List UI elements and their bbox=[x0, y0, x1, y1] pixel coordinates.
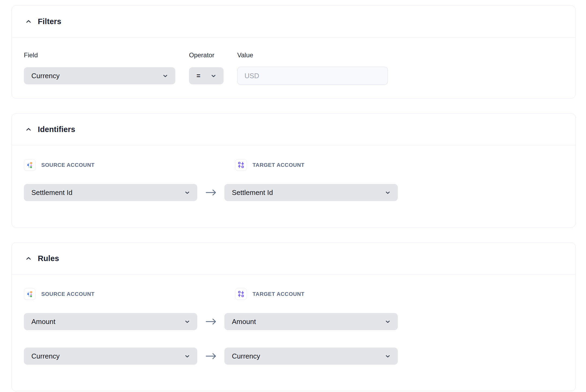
target-account-label: TARGET ACCOUNT bbox=[253, 162, 305, 168]
filter-operator-select[interactable]: = bbox=[189, 67, 224, 84]
arrow-right-icon bbox=[205, 352, 217, 360]
rule-source-select-value: Currency bbox=[31, 352, 60, 360]
target-account-badge bbox=[235, 288, 247, 300]
target-account-header: TARGET ACCOUNT bbox=[235, 288, 398, 300]
rules-section: Rules SOURCE ACCOUNT bbox=[12, 242, 576, 391]
chevron-up-icon bbox=[25, 18, 32, 25]
chevron-down-icon bbox=[385, 319, 391, 325]
rule-mapping-row: Amount Amount bbox=[24, 313, 563, 330]
chevron-down-icon bbox=[210, 73, 217, 79]
chevron-down-icon bbox=[184, 190, 190, 196]
chevron-down-icon bbox=[162, 73, 168, 79]
chevron-down-icon bbox=[184, 353, 190, 359]
identifier-target-select-value: Settlement Id bbox=[232, 189, 273, 197]
source-account-badge bbox=[24, 159, 36, 171]
filters-title: Filters bbox=[38, 17, 61, 26]
chevron-up-icon bbox=[25, 126, 32, 133]
rules-section-header: Rules bbox=[12, 243, 575, 274]
chevron-up-icon bbox=[25, 255, 32, 262]
source-account-badge bbox=[24, 288, 36, 300]
filters-body: Field Operator Value Currency = bbox=[12, 37, 575, 98]
rule-target-select-value: Currency bbox=[232, 352, 260, 360]
mapping-configuration-page: Filters Field Operator Value Currency = bbox=[0, 0, 586, 391]
rule-mapping-row: Currency Currency bbox=[24, 348, 563, 365]
source-account-label: SOURCE ACCOUNT bbox=[41, 291, 95, 297]
identifier-source-select-value: Settlement Id bbox=[31, 189, 72, 197]
source-account-header: SOURCE ACCOUNT bbox=[24, 159, 197, 171]
rule-source-select-currency[interactable]: Currency bbox=[24, 348, 197, 365]
identifiers-section-header: Identifiers bbox=[12, 114, 575, 145]
source-account-header: SOURCE ACCOUNT bbox=[24, 288, 197, 300]
target-account-badge bbox=[235, 159, 247, 171]
filter-operator-select-value: = bbox=[196, 72, 201, 80]
workflow-diagram-icon bbox=[26, 161, 33, 168]
rules-collapse-button[interactable] bbox=[24, 254, 33, 263]
rule-target-select-value: Amount bbox=[232, 318, 256, 326]
rules-title: Rules bbox=[38, 254, 59, 263]
rule-source-select-amount[interactable]: Amount bbox=[24, 313, 197, 330]
swap-vertical-icon bbox=[238, 291, 244, 297]
source-account-label: SOURCE ACCOUNT bbox=[41, 162, 95, 168]
identifiers-body: SOURCE ACCOUNT TARGET ACC bbox=[12, 145, 575, 227]
operator-column-label: Operator bbox=[189, 51, 224, 59]
identifier-mapping-row: Settlement Id Settlement Id bbox=[24, 184, 563, 201]
chevron-down-icon bbox=[385, 353, 391, 359]
identifiers-title: Identifiers bbox=[38, 125, 75, 134]
mapping-arrow-cell bbox=[197, 352, 224, 360]
chevron-down-icon bbox=[184, 319, 190, 325]
rule-source-select-value: Amount bbox=[31, 318, 55, 326]
filter-field-select-value: Currency bbox=[31, 72, 60, 80]
rules-account-headers: SOURCE ACCOUNT TARGET ACC bbox=[24, 288, 563, 300]
rule-target-select-currency[interactable]: Currency bbox=[224, 348, 398, 365]
target-account-header: TARGET ACCOUNT bbox=[235, 159, 398, 171]
arrow-right-icon bbox=[205, 317, 217, 326]
swap-vertical-icon bbox=[238, 161, 244, 168]
identifiers-account-headers: SOURCE ACCOUNT TARGET ACC bbox=[24, 159, 563, 171]
target-account-label: TARGET ACCOUNT bbox=[253, 291, 305, 297]
identifier-target-select[interactable]: Settlement Id bbox=[224, 184, 398, 201]
identifiers-section: Identifiers SOURCE ACCOUN bbox=[12, 113, 576, 228]
arrow-right-icon bbox=[205, 188, 217, 197]
mapping-arrow-cell bbox=[197, 317, 224, 326]
filters-section: Filters Field Operator Value Currency = bbox=[12, 5, 576, 99]
filters-section-header: Filters bbox=[12, 6, 575, 37]
filters-collapse-button[interactable] bbox=[24, 17, 33, 26]
filter-value-input[interactable] bbox=[237, 67, 388, 85]
identifiers-collapse-button[interactable] bbox=[24, 125, 33, 134]
mapping-arrow-cell bbox=[197, 188, 224, 197]
rule-target-select-amount[interactable]: Amount bbox=[224, 313, 398, 330]
chevron-down-icon bbox=[385, 190, 391, 196]
value-column-label: Value bbox=[237, 51, 388, 59]
rules-body: SOURCE ACCOUNT TARGET ACC bbox=[12, 274, 575, 391]
identifier-source-select[interactable]: Settlement Id bbox=[24, 184, 197, 201]
filter-field-select[interactable]: Currency bbox=[24, 67, 175, 84]
field-column-label: Field bbox=[24, 51, 175, 59]
workflow-diagram-icon bbox=[26, 291, 33, 297]
